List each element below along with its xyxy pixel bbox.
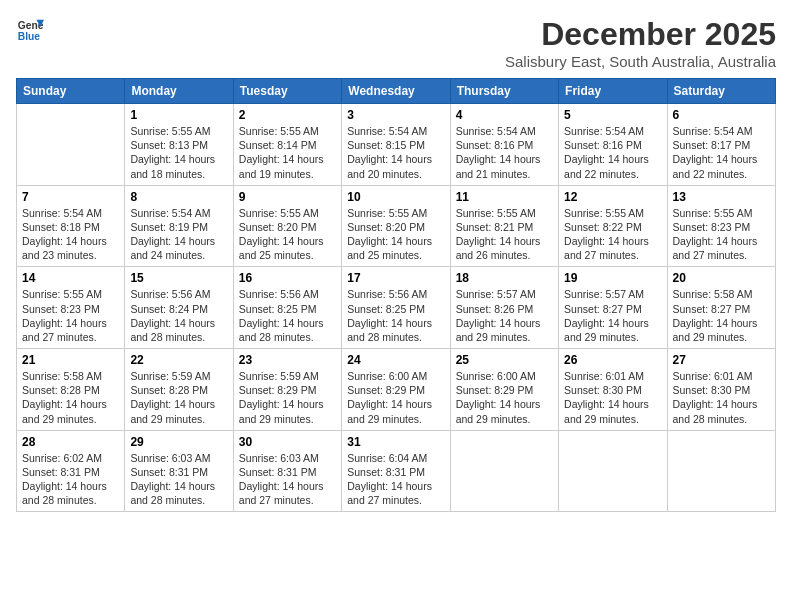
- day-number: 5: [564, 108, 661, 122]
- svg-text:Blue: Blue: [18, 31, 41, 42]
- day-info: Sunrise: 5:55 AM Sunset: 8:14 PM Dayligh…: [239, 124, 336, 181]
- table-row: 4Sunrise: 5:54 AM Sunset: 8:16 PM Daylig…: [450, 104, 558, 186]
- col-friday: Friday: [559, 79, 667, 104]
- table-row: 15Sunrise: 5:56 AM Sunset: 8:24 PM Dayli…: [125, 267, 233, 349]
- day-info: Sunrise: 5:55 AM Sunset: 8:20 PM Dayligh…: [347, 206, 444, 263]
- day-info: Sunrise: 5:55 AM Sunset: 8:23 PM Dayligh…: [673, 206, 770, 263]
- table-row: 30Sunrise: 6:03 AM Sunset: 8:31 PM Dayli…: [233, 430, 341, 512]
- day-number: 4: [456, 108, 553, 122]
- table-row: 3Sunrise: 5:54 AM Sunset: 8:15 PM Daylig…: [342, 104, 450, 186]
- day-info: Sunrise: 6:01 AM Sunset: 8:30 PM Dayligh…: [673, 369, 770, 426]
- day-number: 14: [22, 271, 119, 285]
- table-row: 5Sunrise: 5:54 AM Sunset: 8:16 PM Daylig…: [559, 104, 667, 186]
- table-row: 22Sunrise: 5:59 AM Sunset: 8:28 PM Dayli…: [125, 349, 233, 431]
- table-row: 18Sunrise: 5:57 AM Sunset: 8:26 PM Dayli…: [450, 267, 558, 349]
- day-number: 30: [239, 435, 336, 449]
- day-number: 3: [347, 108, 444, 122]
- table-row: 26Sunrise: 6:01 AM Sunset: 8:30 PM Dayli…: [559, 349, 667, 431]
- day-number: 25: [456, 353, 553, 367]
- day-info: Sunrise: 5:56 AM Sunset: 8:25 PM Dayligh…: [239, 287, 336, 344]
- day-info: Sunrise: 5:56 AM Sunset: 8:25 PM Dayligh…: [347, 287, 444, 344]
- calendar-table: Sunday Monday Tuesday Wednesday Thursday…: [16, 78, 776, 512]
- day-info: Sunrise: 5:54 AM Sunset: 8:16 PM Dayligh…: [456, 124, 553, 181]
- day-info: Sunrise: 5:58 AM Sunset: 8:28 PM Dayligh…: [22, 369, 119, 426]
- col-monday: Monday: [125, 79, 233, 104]
- table-row: 7Sunrise: 5:54 AM Sunset: 8:18 PM Daylig…: [17, 185, 125, 267]
- day-number: 22: [130, 353, 227, 367]
- calendar-week-row: 14Sunrise: 5:55 AM Sunset: 8:23 PM Dayli…: [17, 267, 776, 349]
- table-row: 20Sunrise: 5:58 AM Sunset: 8:27 PM Dayli…: [667, 267, 775, 349]
- day-number: 15: [130, 271, 227, 285]
- day-number: 6: [673, 108, 770, 122]
- logo-icon: General Blue: [16, 16, 44, 44]
- table-row: 25Sunrise: 6:00 AM Sunset: 8:29 PM Dayli…: [450, 349, 558, 431]
- calendar-header-row: Sunday Monday Tuesday Wednesday Thursday…: [17, 79, 776, 104]
- day-number: 13: [673, 190, 770, 204]
- day-number: 19: [564, 271, 661, 285]
- col-tuesday: Tuesday: [233, 79, 341, 104]
- day-info: Sunrise: 5:54 AM Sunset: 8:16 PM Dayligh…: [564, 124, 661, 181]
- table-row: 17Sunrise: 5:56 AM Sunset: 8:25 PM Dayli…: [342, 267, 450, 349]
- table-row: 24Sunrise: 6:00 AM Sunset: 8:29 PM Dayli…: [342, 349, 450, 431]
- table-row: 31Sunrise: 6:04 AM Sunset: 8:31 PM Dayli…: [342, 430, 450, 512]
- calendar-week-row: 7Sunrise: 5:54 AM Sunset: 8:18 PM Daylig…: [17, 185, 776, 267]
- day-info: Sunrise: 5:54 AM Sunset: 8:18 PM Dayligh…: [22, 206, 119, 263]
- table-row: [17, 104, 125, 186]
- day-info: Sunrise: 5:55 AM Sunset: 8:20 PM Dayligh…: [239, 206, 336, 263]
- day-info: Sunrise: 5:56 AM Sunset: 8:24 PM Dayligh…: [130, 287, 227, 344]
- day-info: Sunrise: 6:00 AM Sunset: 8:29 PM Dayligh…: [456, 369, 553, 426]
- table-row: 10Sunrise: 5:55 AM Sunset: 8:20 PM Dayli…: [342, 185, 450, 267]
- header: General Blue December 2025 Salisbury Eas…: [16, 16, 776, 70]
- day-number: 1: [130, 108, 227, 122]
- col-saturday: Saturday: [667, 79, 775, 104]
- table-row: 16Sunrise: 5:56 AM Sunset: 8:25 PM Dayli…: [233, 267, 341, 349]
- day-info: Sunrise: 5:58 AM Sunset: 8:27 PM Dayligh…: [673, 287, 770, 344]
- location-subtitle: Salisbury East, South Australia, Austral…: [505, 53, 776, 70]
- day-info: Sunrise: 6:03 AM Sunset: 8:31 PM Dayligh…: [239, 451, 336, 508]
- table-row: 9Sunrise: 5:55 AM Sunset: 8:20 PM Daylig…: [233, 185, 341, 267]
- day-info: Sunrise: 6:02 AM Sunset: 8:31 PM Dayligh…: [22, 451, 119, 508]
- table-row: 21Sunrise: 5:58 AM Sunset: 8:28 PM Dayli…: [17, 349, 125, 431]
- table-row: 19Sunrise: 5:57 AM Sunset: 8:27 PM Dayli…: [559, 267, 667, 349]
- table-row: 2Sunrise: 5:55 AM Sunset: 8:14 PM Daylig…: [233, 104, 341, 186]
- day-number: 10: [347, 190, 444, 204]
- day-info: Sunrise: 5:54 AM Sunset: 8:19 PM Dayligh…: [130, 206, 227, 263]
- day-number: 29: [130, 435, 227, 449]
- col-wednesday: Wednesday: [342, 79, 450, 104]
- day-info: Sunrise: 5:55 AM Sunset: 8:22 PM Dayligh…: [564, 206, 661, 263]
- day-number: 11: [456, 190, 553, 204]
- day-info: Sunrise: 5:54 AM Sunset: 8:17 PM Dayligh…: [673, 124, 770, 181]
- table-row: [667, 430, 775, 512]
- day-info: Sunrise: 5:59 AM Sunset: 8:28 PM Dayligh…: [130, 369, 227, 426]
- day-number: 24: [347, 353, 444, 367]
- day-info: Sunrise: 6:01 AM Sunset: 8:30 PM Dayligh…: [564, 369, 661, 426]
- table-row: 8Sunrise: 5:54 AM Sunset: 8:19 PM Daylig…: [125, 185, 233, 267]
- title-section: December 2025 Salisbury East, South Aust…: [505, 16, 776, 70]
- day-number: 17: [347, 271, 444, 285]
- table-row: 28Sunrise: 6:02 AM Sunset: 8:31 PM Dayli…: [17, 430, 125, 512]
- day-number: 23: [239, 353, 336, 367]
- table-row: [559, 430, 667, 512]
- table-row: 11Sunrise: 5:55 AM Sunset: 8:21 PM Dayli…: [450, 185, 558, 267]
- day-number: 18: [456, 271, 553, 285]
- day-number: 26: [564, 353, 661, 367]
- table-row: 14Sunrise: 5:55 AM Sunset: 8:23 PM Dayli…: [17, 267, 125, 349]
- day-info: Sunrise: 5:55 AM Sunset: 8:21 PM Dayligh…: [456, 206, 553, 263]
- day-number: 31: [347, 435, 444, 449]
- month-year-title: December 2025: [505, 16, 776, 53]
- day-info: Sunrise: 5:55 AM Sunset: 8:13 PM Dayligh…: [130, 124, 227, 181]
- calendar-week-row: 1Sunrise: 5:55 AM Sunset: 8:13 PM Daylig…: [17, 104, 776, 186]
- day-info: Sunrise: 5:57 AM Sunset: 8:26 PM Dayligh…: [456, 287, 553, 344]
- table-row: 6Sunrise: 5:54 AM Sunset: 8:17 PM Daylig…: [667, 104, 775, 186]
- day-info: Sunrise: 5:59 AM Sunset: 8:29 PM Dayligh…: [239, 369, 336, 426]
- col-thursday: Thursday: [450, 79, 558, 104]
- day-number: 8: [130, 190, 227, 204]
- day-info: Sunrise: 6:03 AM Sunset: 8:31 PM Dayligh…: [130, 451, 227, 508]
- table-row: 12Sunrise: 5:55 AM Sunset: 8:22 PM Dayli…: [559, 185, 667, 267]
- day-info: Sunrise: 5:54 AM Sunset: 8:15 PM Dayligh…: [347, 124, 444, 181]
- day-number: 28: [22, 435, 119, 449]
- day-number: 2: [239, 108, 336, 122]
- day-number: 21: [22, 353, 119, 367]
- table-row: 27Sunrise: 6:01 AM Sunset: 8:30 PM Dayli…: [667, 349, 775, 431]
- table-row: 13Sunrise: 5:55 AM Sunset: 8:23 PM Dayli…: [667, 185, 775, 267]
